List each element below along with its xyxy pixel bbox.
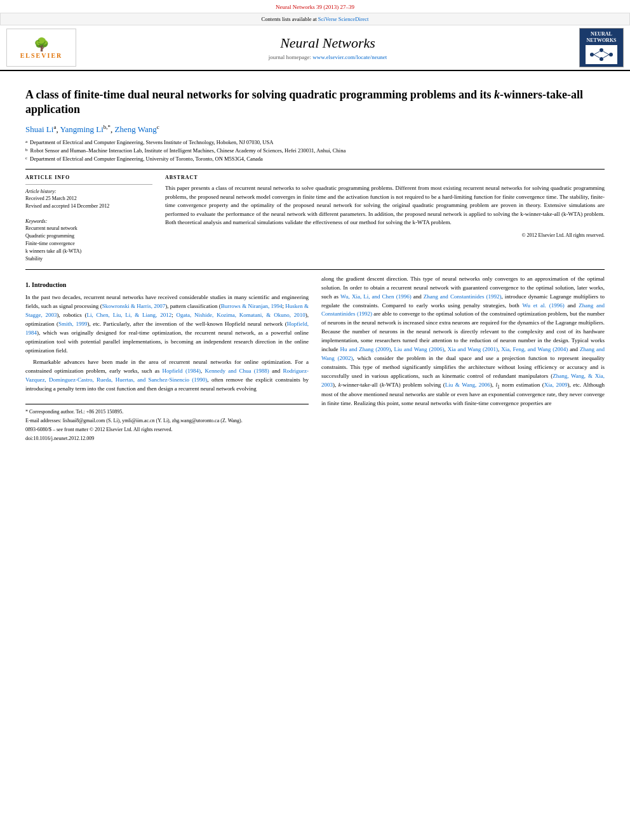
intro-number: 1.: [25, 281, 30, 288]
ref-ogata[interactable]: Ogata, Nishide, Kozima, Komatani, & Okun…: [177, 312, 305, 318]
homepage-link[interactable]: www.elsevier.com/locate/neunet: [312, 54, 387, 60]
journal-thumbnail: NEURALNETWORKS: [579, 28, 624, 67]
ref-burrows[interactable]: Burrows & Niranjan, 1994: [221, 303, 283, 309]
ref-wu-et-al[interactable]: Wu et al. (1996): [522, 302, 564, 309]
affil-b-text: Robot Sensor and Human–Machine Interacti…: [30, 147, 346, 155]
svg-line-5: [594, 55, 600, 58]
footnote-doi: doi:10.1016/j.neunet.2012.12.009: [25, 435, 309, 443]
footnote-star: * Corresponding author. Tel.: +86 2015 1…: [25, 408, 309, 416]
journal-header: Neural Networks 39 (2013) 27–39 Contents…: [0, 0, 630, 71]
intro-para-2: Remarkable advances have been made in th…: [25, 358, 309, 394]
ref-liu-wang-2006[interactable]: Liu and Wang (2006): [394, 346, 444, 352]
keywords-list: Recurrent neural network Quadratic progr…: [25, 225, 152, 263]
intro-heading: 1. Introduction: [25, 280, 309, 290]
contents-text: Contents lists available at: [262, 16, 317, 22]
svg-point-2: [600, 57, 603, 61]
author-yangming-li[interactable]: Yangming Li: [60, 124, 103, 134]
svg-line-4: [594, 51, 600, 55]
received-date: Received 25 March 2012: [25, 195, 152, 202]
revised-date: Revised and accepted 14 December 2012: [25, 203, 152, 210]
intro-para-1: In the past two decades, recurrent neura…: [25, 293, 309, 356]
abstract-section: ABSTRACT This paper presents a class of …: [165, 175, 605, 262]
elsevier-tree-icon: 🌳: [34, 37, 50, 52]
body-left-column: 1. Introduction In the past two decades,…: [25, 275, 309, 444]
ref-wu-xia[interactable]: Wu, Xia, Li, and Chen (1996): [340, 293, 412, 300]
journal-name: Neural Networks: [76, 35, 579, 51]
article-content: A class of finite-time dual neural netwo…: [0, 71, 630, 450]
author-yangming-sup: b,*: [104, 124, 111, 130]
info-divider: [25, 184, 152, 185]
svg-point-0: [590, 53, 594, 57]
info-abstract-section: ARTICLE INFO Article history: Received 2…: [25, 175, 605, 262]
header-content: 🌳 ELSEVIER Neural Networks journal homep…: [0, 28, 630, 67]
keywords-label: Keywords:: [25, 218, 152, 224]
divider-after-affiliations: [25, 169, 605, 170]
abstract-text: This paper presents a class of recurrent…: [165, 184, 605, 227]
body-columns: 1. Introduction In the past two decades,…: [25, 275, 605, 444]
author-shuai-sup: a: [53, 124, 56, 130]
affiliations: a Department of Electrical and Computer …: [25, 138, 605, 163]
ref-smith[interactable]: Smith, 1999: [58, 321, 87, 327]
ref-skowronski[interactable]: Skowronski & Harris, 2007: [102, 303, 166, 309]
ref-liu-wang-kwta[interactable]: Liu & Wang, 2006: [445, 382, 490, 388]
keyword-2: Quadratic programming: [25, 232, 152, 240]
affil-c-text: Department of Electrical and Computer En…: [30, 155, 263, 163]
ref-kennedy-chua[interactable]: Kennedy and Chua (1988): [204, 368, 269, 374]
article-title: A class of finite-time dual neural netwo…: [25, 88, 605, 117]
footnote-email: E-mail addresses: lishuai8@gmail.com (S.…: [25, 417, 309, 425]
footnote-section: * Corresponding author. Tel.: +86 2015 1…: [25, 404, 309, 443]
abstract-title: ABSTRACT: [165, 175, 605, 180]
affil-a-text: Department of Electrical and Computer En…: [30, 138, 273, 147]
ref-hopfield-2[interactable]: Hopfield (1984): [163, 368, 201, 374]
keyword-1: Recurrent neural network: [25, 225, 152, 232]
body-right-column: along the gradient descent direction. Th…: [321, 275, 605, 444]
ref-xia-wang-2001[interactable]: Xia and Wang (2001): [448, 346, 498, 352]
footnote-issn: 0893-6080/$ – see front matter © 2012 El…: [25, 426, 309, 434]
intro-title: Introduction: [32, 281, 66, 288]
and-text: and: [570, 346, 578, 352]
ref-li-chen[interactable]: Li, Chen, Liu, Li, & Liang, 2012: [86, 312, 171, 318]
svg-point-3: [609, 53, 613, 57]
journal-notice-bar: Neural Networks 39 (2013) 27–39: [0, 4, 630, 10]
keyword-4: k winners take all (k-WTA): [25, 248, 152, 255]
ref-xia-2009[interactable]: Xia, 2009: [544, 382, 568, 388]
journal-title-center: Neural Networks journal homepage: www.el…: [76, 35, 579, 60]
ref-hu-zhang[interactable]: Hu and Zhang (2009): [340, 346, 391, 352]
ref-xia-feng[interactable]: Xia, Feng, and Wang (2004): [501, 346, 568, 352]
svg-line-7: [603, 55, 609, 58]
ref-zhang-const-1992[interactable]: Zhang and Constantinides (1992): [424, 293, 502, 300]
journal-homepage: journal homepage: www.elsevier.com/locat…: [76, 54, 579, 60]
journal-notice: Neural Networks 39 (2013) 27–39: [276, 4, 354, 10]
article-info: ARTICLE INFO Article history: Received 2…: [25, 175, 152, 262]
elsevier-logo: 🌳 ELSEVIER: [6, 29, 76, 67]
keyword-3: Finite-time convergence: [25, 240, 152, 248]
divider-before-body: [25, 269, 605, 270]
history-label: Article history:: [25, 189, 152, 194]
affil-a: a Department of Electrical and Computer …: [25, 138, 605, 147]
authors-line: Shuai Lia, Yangming Lib,*, Zheng Wangc: [25, 124, 605, 135]
affil-c: c Department of Electrical and Computer …: [25, 155, 605, 163]
author-zheng-wang[interactable]: Zheng Wang: [115, 124, 157, 134]
keyword-5: Stability: [25, 255, 152, 263]
author-shuai-li[interactable]: Shuai Li: [25, 124, 53, 134]
article-info-title: ARTICLE INFO: [25, 175, 152, 180]
sciverse-link[interactable]: SciVerse ScienceDirect: [318, 16, 369, 22]
svg-point-1: [600, 48, 603, 52]
thumb-title: NEURALNETWORKS: [581, 31, 622, 43]
thumb-image: [586, 45, 617, 64]
svg-line-6: [603, 51, 609, 55]
author-zheng-sup: c: [157, 124, 159, 130]
elsevier-brand: ELSEVIER: [20, 52, 63, 59]
homepage-label: journal homepage:: [269, 54, 311, 60]
copyright-line: © 2012 Elsevier Ltd. All rights reserved…: [165, 232, 605, 238]
affil-b: b Robot Sensor and Human–Machine Interac…: [25, 147, 605, 155]
contents-bar: Contents lists available at SciVerse Sci…: [0, 13, 630, 25]
right-para-1: along the gradient descent direction. Th…: [321, 275, 605, 409]
